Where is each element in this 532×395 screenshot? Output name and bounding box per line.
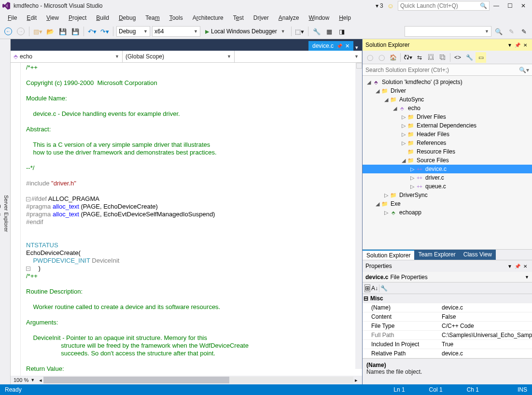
document-tab-device-c[interactable]: device.c 📌 ✕ [308, 41, 353, 51]
tree-item-references[interactable]: ▷📁References [363, 139, 532, 147]
save-all-button[interactable]: 💾 [70, 26, 81, 37]
prop-row-relative-path[interactable]: Relative Pathdevice.c [363, 349, 532, 358]
menu-debug[interactable]: Debug [114, 13, 140, 23]
nav-scope-global[interactable]: (Global Scope)▼ [123, 51, 235, 62]
se-preview-button[interactable]: ▭ [476, 52, 486, 63]
panel-close-button[interactable]: ✕ [521, 262, 529, 270]
se-sync-button[interactable]: ⇆ [414, 52, 425, 63]
minimize-button[interactable]: — [490, 1, 503, 11]
tree-item-echo[interactable]: ◢⬘echo [363, 104, 532, 113]
close-button[interactable]: ✕ [517, 1, 530, 11]
pin-icon[interactable]: 📌 [336, 43, 342, 49]
tree-item-header-files[interactable]: ▷📁Header Files [363, 130, 532, 139]
tree-item-resource-files[interactable]: 📁Resource Files [363, 147, 532, 156]
tree-item-external-dependencies[interactable]: ▷📁External Dependencies [363, 121, 532, 130]
new-project-button[interactable]: ▧▾ [32, 26, 43, 37]
menu-view[interactable]: View [42, 13, 64, 23]
toolbar-btn-2[interactable]: 🔧 [311, 26, 322, 37]
menu-window[interactable]: Window [304, 13, 334, 23]
se-refresh-button[interactable]: 🗘▾ [403, 52, 413, 63]
tree-item-solution[interactable]: ◢⬘Solution 'kmdfecho' (3 projects) [363, 78, 532, 86]
code-editor[interactable]: /*++ Copyright (c) 1990-2000 Microsoft C… [11, 63, 362, 376]
prop-row-full-path[interactable]: Full PathC:\Samples\Universal_Echo_Samp [363, 331, 532, 340]
menu-tools[interactable]: Tools [165, 13, 188, 23]
tree-item-driver-files[interactable]: ▷📁Driver Files [363, 113, 532, 121]
main-toolbar: ← → ▧▾ 📂 💾 💾 ↶▾ ↷▾ Debug▼ x64▼ ▶Local Wi… [0, 24, 532, 39]
menu-edit[interactable]: Edit [22, 13, 42, 23]
tab-class-view[interactable]: Class View [460, 250, 496, 260]
tree-item-driversync[interactable]: ▷📁DriverSync [363, 191, 532, 199]
se-code-button[interactable]: <> [452, 52, 463, 63]
menu-project[interactable]: Project [64, 13, 91, 23]
vertical-scrollbar[interactable] [355, 63, 362, 369]
nav-fwd-button[interactable]: → [15, 26, 26, 37]
save-button[interactable]: 💾 [57, 26, 68, 37]
toolbar-btn-5[interactable]: 🔍 [493, 26, 504, 37]
tree-item-echoapp[interactable]: ▷⬘echoapp [363, 208, 532, 217]
tree-item-queue-c[interactable]: ▷++queue.c [363, 182, 532, 191]
platform-select[interactable]: x64▼ [152, 26, 200, 37]
tree-item-autosync[interactable]: ◢📁AutoSync [363, 95, 532, 104]
side-tab-toolbox[interactable]: Toolbox [0, 202, 2, 226]
panel-dropdown-button[interactable]: ▼ [506, 41, 514, 49]
tree-item-exe[interactable]: ◢📁Exe [363, 199, 532, 208]
properties-object-select[interactable]: device.cFile Properties▼ [363, 272, 532, 282]
toolbar-btn-3[interactable]: ▦ [324, 26, 335, 37]
tree-item-driver-c[interactable]: ▷++driver.c [363, 173, 532, 182]
menu-test[interactable]: Test [228, 13, 249, 23]
tab-solution-explorer[interactable]: Solution Explorer [363, 250, 414, 260]
props-categorized-button[interactable]: ⊞ [364, 284, 370, 292]
redo-button[interactable]: ↷▾ [99, 26, 110, 37]
close-tab-icon[interactable]: ✕ [345, 43, 350, 49]
tree-item-device-c[interactable]: ▷++device.c [363, 165, 532, 173]
side-tab-server-explorer[interactable]: Server Explorer [2, 192, 10, 235]
zoom-level[interactable]: 100 % [14, 377, 28, 383]
menu-driver[interactable]: Driver [249, 13, 274, 23]
panel-pin-button[interactable]: 📌 [514, 262, 521, 270]
prop-row-file-type[interactable]: File TypeC/C++ Code [363, 322, 532, 331]
se-properties-button[interactable]: 🔧 [464, 52, 475, 63]
menu-build[interactable]: Build [91, 13, 114, 23]
menu-architecture[interactable]: Architecture [188, 13, 228, 23]
menu-analyze[interactable]: Analyze [274, 13, 304, 23]
se-showall-button[interactable]: ⿻ [437, 52, 448, 63]
prop-row-content[interactable]: ContentFalse [363, 312, 532, 322]
toolbar-btn-6[interactable]: ✎ [506, 26, 517, 37]
horizontal-scrollbar[interactable]: ◂▸ [38, 377, 359, 383]
se-fwd-button[interactable]: ◯ [376, 52, 387, 63]
toolbar-btn-1[interactable]: ⬚▾ [294, 26, 305, 37]
quick-launch-input[interactable]: Quick Launch (Ctrl+Q) 🔍 [398, 1, 490, 11]
props-pages-button[interactable]: 🔧 [380, 285, 388, 292]
panel-dropdown-button[interactable]: ▼ [506, 262, 514, 270]
solution-tree[interactable]: ◢⬘Solution 'kmdfecho' (3 projects)◢📁Driv… [363, 76, 532, 249]
prop-row--name-[interactable]: (Name)device.c [363, 303, 532, 312]
open-file-button[interactable]: 📂 [45, 26, 56, 37]
tab-team-explorer[interactable]: Team Explorer [414, 250, 459, 260]
props-alpha-button[interactable]: A↓ [371, 285, 378, 292]
toolbar-btn-7[interactable]: ✎ [518, 26, 529, 37]
panel-pin-button[interactable]: 📌 [514, 41, 521, 49]
nav-scope-project[interactable]: ⬘echo▼ [11, 51, 123, 62]
menu-file[interactable]: File [3, 13, 22, 23]
notification-flag-icon[interactable]: ▾ 3 [376, 2, 383, 9]
undo-button[interactable]: ↶▾ [87, 26, 98, 37]
toolbar-search[interactable]: ▼ [405, 26, 491, 37]
start-debug-button[interactable]: ▶Local Windows Debugger▼ [202, 26, 288, 37]
toolbar-btn-4[interactable]: ◨ [336, 26, 347, 37]
prop-row-included-in-project[interactable]: Included In ProjectTrue [363, 340, 532, 349]
config-select[interactable]: Debug▼ [116, 26, 150, 37]
menu-help[interactable]: Help [334, 13, 356, 23]
tree-item-driver[interactable]: ◢📁Driver [363, 86, 532, 95]
nav-scope-member[interactable]: ▼ [235, 51, 362, 62]
tree-item-source-files[interactable]: ◢📁Source Files [363, 156, 532, 165]
feedback-smiley-icon[interactable]: ☺ [387, 2, 394, 10]
tab-overflow-button[interactable]: ▾ [353, 44, 360, 51]
se-home-button[interactable]: 🏠 [388, 52, 398, 63]
se-back-button[interactable]: ◯ [364, 52, 375, 63]
nav-back-button[interactable]: ← [3, 26, 14, 37]
solution-explorer-search[interactable]: Search Solution Explorer (Ctrl+;) 🔍▾ [363, 64, 532, 76]
panel-close-button[interactable]: ✕ [521, 41, 529, 49]
menu-team[interactable]: Team [140, 13, 164, 23]
se-collapse-button[interactable]: ⿴ [426, 52, 436, 63]
maximize-button[interactable]: ☐ [503, 1, 517, 11]
